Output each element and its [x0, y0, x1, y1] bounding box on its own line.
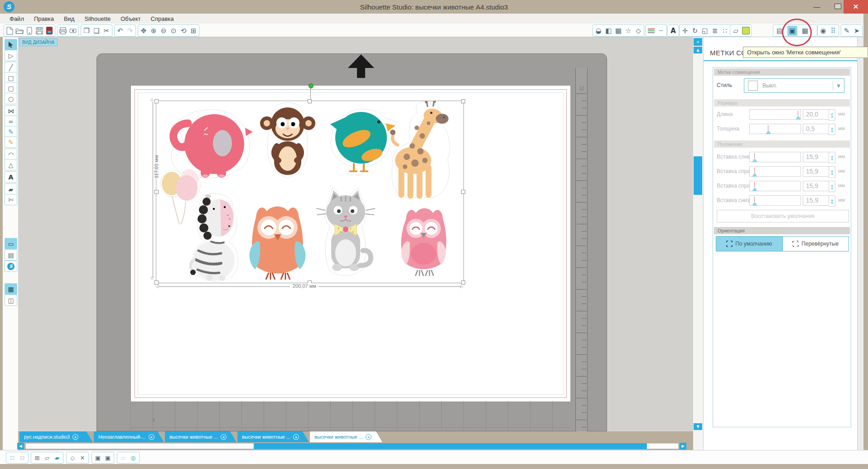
length-value[interactable]: 20,0 — [803, 109, 829, 120]
document-tab[interactable]: Неозаглавленный-...✕ — [94, 431, 164, 442]
zoom-out-icon[interactable]: ⊖ — [159, 26, 169, 36]
selection-handle[interactable] — [461, 99, 465, 103]
scroll-right-icon[interactable]: ▶ — [680, 443, 686, 450]
close-button[interactable]: ✕ — [844, 0, 868, 14]
canvas-workspace[interactable]: ВИД ДИЗАЙНА — [18, 37, 693, 431]
save-to-library-icon[interactable] — [44, 26, 54, 36]
thickness-slider[interactable] — [749, 124, 801, 134]
close-tab-icon[interactable]: ✕ — [221, 434, 227, 440]
minimize-button[interactable]: — — [809, 0, 825, 13]
close-tab-icon[interactable]: ✕ — [293, 434, 299, 440]
duplicate-icon[interactable]: ⊞ — [32, 453, 42, 463]
inset-right2-slider[interactable] — [749, 181, 801, 191]
inset-bottom-value[interactable]: 15,9 — [803, 195, 829, 206]
select-tool-icon[interactable] — [5, 39, 17, 50]
selection-handle[interactable] — [461, 190, 465, 194]
selection-handle[interactable] — [308, 99, 312, 103]
panel-expand-button[interactable]: » — [694, 38, 702, 46]
thickness-value[interactable]: 0,5 — [803, 124, 829, 134]
freehand-tool-icon[interactable]: ✎ — [5, 126, 17, 137]
paste-front-icon[interactable]: ▰ — [52, 453, 62, 463]
text-style-icon[interactable]: A — [668, 26, 678, 36]
line-tool-icon[interactable]: ╱ — [5, 62, 17, 73]
style-dropdown[interactable]: Выкл. ▼ — [744, 78, 844, 93]
arc-tool-icon[interactable]: ◠ — [5, 149, 17, 160]
sketch-pens-icon[interactable]: ✎ — [842, 26, 852, 36]
knife-tool-icon[interactable]: ✄ — [5, 194, 17, 205]
shadow-icon[interactable]: ▱ — [731, 26, 741, 36]
eraser-action-icon[interactable]: ▱ — [118, 453, 128, 463]
punch-tool-icon[interactable]: ⠿ — [828, 26, 838, 36]
offset-icon[interactable] — [741, 26, 751, 36]
menu-view[interactable]: Вид — [59, 15, 80, 22]
gradient-fill-icon[interactable]: ◧ — [603, 26, 613, 36]
polygon-tool-icon[interactable]: ⋈ — [5, 105, 17, 116]
replicate-icon[interactable]: ∷ — [720, 26, 730, 36]
open-file-icon[interactable] — [14, 26, 24, 36]
rounded-rect-tool-icon[interactable]: ▢ — [5, 82, 17, 94]
pattern-fill-icon[interactable]: ▦ — [613, 26, 623, 36]
inset-left-value[interactable]: 15,9 — [803, 152, 829, 162]
send-to-cut-icon[interactable] — [68, 26, 78, 36]
pixscan-icon[interactable]: ◉ — [818, 26, 828, 36]
bring-forward-icon[interactable]: ▣ — [93, 453, 103, 463]
inset-right-value[interactable]: 15,9 — [803, 166, 829, 177]
fit-to-page-icon[interactable]: ⊞ — [188, 26, 198, 36]
document-tab-active[interactable]: высечки животные ...✕ — [310, 431, 382, 442]
fill-color-icon[interactable]: ◒ — [593, 26, 603, 36]
line-dash-icon[interactable]: ┄ — [656, 26, 666, 36]
menu-help[interactable]: Справка — [146, 15, 179, 22]
send-backward-icon[interactable]: ▣ — [103, 453, 113, 463]
menu-edit[interactable]: Правка — [29, 15, 59, 22]
orientation-flipped-button[interactable]: Перевёрнутые — [782, 237, 849, 251]
restore-defaults-button[interactable]: Восстановить умолчания — [717, 210, 849, 222]
horizontal-scrollbar-thumb[interactable] — [254, 443, 647, 449]
length-slider[interactable] — [749, 109, 801, 120]
close-tab-icon[interactable]: ✕ — [366, 434, 371, 440]
rotation-handle[interactable] — [309, 83, 313, 88]
trace-icon[interactable]: ◎ — [128, 453, 138, 463]
inset-right2-value[interactable]: 15,9 — [803, 181, 829, 191]
undo-icon[interactable]: ↶ — [115, 26, 125, 36]
zoom-reset-icon[interactable]: ⟲ — [178, 26, 188, 36]
document-tab[interactable]: рус.надписи.studio3✕ — [19, 431, 93, 442]
title-bar[interactable]: S Silhouette Studio: высечки животные A4… — [0, 0, 868, 14]
page-mat-view-icon[interactable]: ▦ — [5, 283, 17, 295]
polygon-shape-icon[interactable]: ◇ — [633, 26, 643, 36]
store-icon[interactable]: S — [5, 261, 17, 272]
scroll-up-icon[interactable]: ▲ — [694, 47, 702, 53]
device-icon[interactable] — [24, 26, 34, 36]
scale-icon[interactable]: ◱ — [700, 26, 710, 36]
align-icon[interactable]: ≣ — [710, 26, 720, 36]
ungroup-icon[interactable]: ⊟ — [17, 453, 27, 463]
text-tool-icon[interactable]: A — [5, 171, 17, 183]
design-view-icon[interactable]: ▭ — [5, 238, 17, 249]
copy-shape-icon[interactable]: ▱ — [42, 453, 52, 463]
document-tab[interactable]: высечки животные ...✕ — [165, 431, 236, 442]
regular-polygon-tool-icon[interactable]: △ — [5, 159, 17, 170]
delete-icon[interactable]: ✕ — [77, 453, 87, 463]
curve-tool-icon[interactable]: ∞ — [5, 116, 17, 127]
selection-handle[interactable] — [154, 190, 159, 194]
library-icon[interactable]: ▤ — [5, 249, 17, 261]
inset-bottom-slider[interactable] — [749, 195, 801, 206]
eraser-tool-icon[interactable]: ▰ — [5, 184, 17, 195]
print-icon[interactable] — [58, 26, 68, 36]
line-color-icon[interactable] — [646, 26, 656, 36]
close-tab-icon[interactable]: ✕ — [72, 434, 78, 440]
maximize-button[interactable] — [830, 0, 845, 13]
save-icon[interactable] — [34, 26, 44, 36]
star-shape-icon[interactable]: ☆ — [623, 26, 633, 36]
rectangle-tool-icon[interactable]: □ — [5, 72, 17, 83]
cut-scissors-icon[interactable]: ✂ — [101, 26, 111, 36]
vertical-scrollbar-thumb[interactable] — [694, 156, 702, 195]
menu-silhouette[interactable]: Silhouette — [79, 15, 116, 22]
move-icon[interactable]: ✛ — [680, 26, 690, 36]
scroll-left-icon[interactable]: ◀ — [17, 443, 24, 450]
smooth-freehand-tool-icon[interactable]: ✎ — [5, 136, 17, 148]
thickness-stepper[interactable]: ▲▼ — [829, 124, 835, 135]
menu-object[interactable]: Объект — [116, 15, 145, 22]
redo-icon[interactable]: ↷ — [125, 26, 135, 36]
edit-points-tool-icon[interactable]: ▷ — [5, 50, 17, 61]
close-tab-icon[interactable]: ✕ — [149, 434, 154, 440]
